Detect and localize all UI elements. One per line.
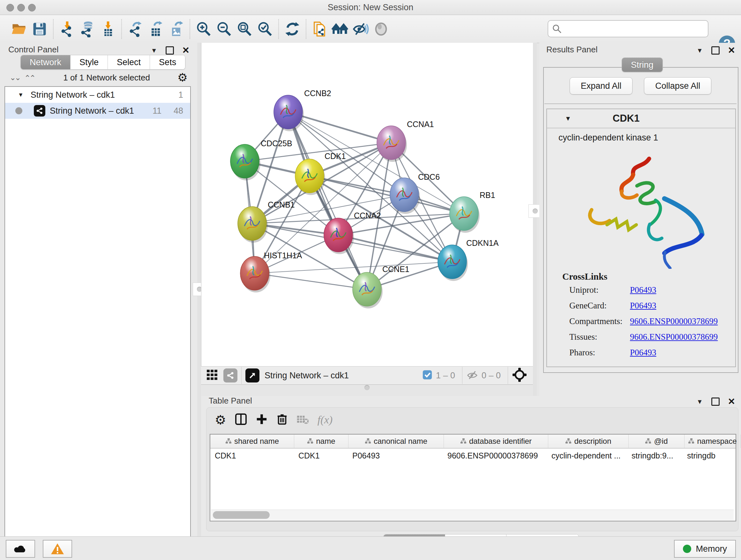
- show-graphics-details-icon[interactable]: [371, 19, 391, 39]
- cell[interactable]: 9606.ENSP00000378699: [443, 451, 547, 460]
- cell[interactable]: CDK1: [294, 451, 348, 460]
- network-node-RB1[interactable]: [450, 197, 478, 231]
- network-node-CDKN1A[interactable]: [438, 245, 467, 279]
- collapse-all-button[interactable]: Collapse All: [644, 77, 711, 95]
- horizontal-splitter[interactable]: [201, 384, 533, 391]
- tab-sets[interactable]: Sets: [150, 55, 185, 69]
- gene-expander-icon[interactable]: ▼: [565, 115, 571, 122]
- detach-view-icon[interactable]: [246, 368, 259, 382]
- float-panel-icon[interactable]: [711, 46, 720, 55]
- crosslink-link[interactable]: 9606.ENSP00000378699: [630, 316, 718, 326]
- node-table: shared namenamecanonical namedatabase id…: [210, 434, 736, 521]
- first-neighbors-icon[interactable]: [330, 19, 350, 39]
- collapse-panel-icon[interactable]: ▼: [697, 47, 703, 54]
- cell[interactable]: CDK1: [210, 451, 294, 460]
- cell[interactable]: stringdb: [683, 451, 738, 460]
- crosslink-link[interactable]: P06493: [630, 348, 657, 358]
- zoom-fit-icon[interactable]: [234, 19, 255, 39]
- collection-expander-icon[interactable]: ▼: [18, 91, 23, 98]
- column-header-shared-name[interactable]: shared name: [210, 435, 294, 448]
- search-input[interactable]: [565, 24, 708, 34]
- refresh-icon[interactable]: [282, 19, 302, 39]
- column-header-@id[interactable]: @id: [629, 435, 684, 448]
- cloud-button[interactable]: [6, 540, 35, 558]
- import-network-database-icon[interactable]: [77, 19, 98, 39]
- export-image-icon[interactable]: [166, 19, 186, 39]
- network-edge: [310, 176, 464, 213]
- cell[interactable]: stringdb:9...: [627, 451, 683, 460]
- column-header-namespace[interactable]: namespace: [684, 435, 741, 448]
- network-node-CCNE1[interactable]: [353, 272, 381, 306]
- import-network-file-icon[interactable]: [57, 19, 77, 39]
- network-node-CCNA1[interactable]: [377, 126, 406, 160]
- hidden-eye-icon[interactable]: [466, 369, 478, 382]
- title-bar: Session: New Session: [0, 0, 741, 15]
- crosslink-link[interactable]: 9606.ENSP00000378699: [630, 332, 718, 342]
- float-panel-icon[interactable]: [711, 397, 720, 406]
- expand-all-button[interactable]: Expand All: [569, 77, 633, 95]
- tab-style[interactable]: Style: [71, 55, 108, 69]
- search-field[interactable]: [548, 20, 709, 37]
- network-node-CCNB2[interactable]: [274, 95, 302, 129]
- crosslink-label: Compartments:: [569, 316, 630, 326]
- expand-all-networks-icon[interactable]: ⌄⌄: [25, 73, 36, 82]
- cell[interactable]: P06493: [348, 451, 443, 460]
- crosslink-link[interactable]: P06493: [630, 301, 657, 311]
- tab-select[interactable]: Select: [108, 55, 150, 69]
- tab-network[interactable]: Network: [21, 55, 71, 69]
- table-panel: Table Panel ▼ ✕ ⚙ f(x): [201, 396, 741, 537]
- create-column-icon[interactable]: [256, 413, 268, 427]
- zoom-out-icon[interactable]: [214, 19, 234, 39]
- scrollbar-thumb[interactable]: [213, 511, 270, 519]
- network-node-CDK1[interactable]: [295, 159, 324, 193]
- network-node-CDC6[interactable]: [390, 178, 419, 212]
- crosslink-label: Pharos:: [569, 348, 630, 358]
- network-canvas[interactable]: CCNB2CCNA1CDC25BCDK1CDC6RB1CCNB1CCNA2CDK…: [201, 43, 533, 366]
- column-header-canonical-name[interactable]: canonical name: [348, 435, 444, 448]
- collapse-all-networks-icon[interactable]: ⌄⌄: [10, 73, 20, 82]
- column-header-description[interactable]: description: [548, 435, 629, 448]
- zoom-selected-icon[interactable]: [255, 19, 275, 39]
- memory-button[interactable]: Memory: [674, 540, 736, 558]
- new-network-from-selection-icon[interactable]: [310, 19, 330, 39]
- string-view-icon[interactable]: [223, 368, 238, 382]
- close-panel-icon[interactable]: ✕: [182, 46, 190, 55]
- network-row-selected[interactable]: String Network – cdk1 11 48: [5, 103, 190, 119]
- open-session-icon[interactable]: [9, 19, 29, 39]
- float-panel-icon[interactable]: [165, 46, 174, 55]
- tab-string[interactable]: String: [622, 58, 663, 72]
- save-session-icon[interactable]: [29, 19, 50, 39]
- network-node-HIST1H1A[interactable]: [240, 256, 269, 290]
- network-options-gear-icon[interactable]: ⚙: [178, 72, 188, 83]
- network-collection-row[interactable]: ▼ String Network – cdk1 1: [5, 87, 190, 103]
- crosslink-link[interactable]: P06493: [630, 285, 657, 295]
- delete-column-icon[interactable]: [276, 413, 288, 427]
- close-panel-icon[interactable]: ✕: [728, 46, 735, 55]
- hide-selected-icon[interactable]: [350, 19, 371, 39]
- export-table-icon[interactable]: [145, 19, 166, 39]
- grid-view-icon[interactable]: [206, 368, 219, 382]
- crosslinks-heading: CrossLinks: [562, 271, 735, 282]
- table-horizontal-scrollbar[interactable]: [211, 509, 734, 520]
- column-header-name[interactable]: name: [294, 435, 348, 448]
- cell[interactable]: cyclin-dependent ...: [547, 451, 627, 460]
- table-options-gear-icon[interactable]: ⚙: [215, 414, 226, 426]
- selected-node-edge-count: 1 – 0: [436, 371, 455, 381]
- column-header-database-identifier[interactable]: database identifier: [444, 435, 548, 448]
- warning-button[interactable]: [43, 540, 72, 558]
- control-panel-tabs: Network Style Select Sets: [20, 55, 185, 70]
- network-node-CCNA2[interactable]: [324, 218, 353, 252]
- import-table-file-icon[interactable]: [98, 19, 118, 39]
- selected-checkbox-icon[interactable]: [422, 369, 433, 381]
- pan-crosshair-icon[interactable]: [512, 367, 527, 384]
- zoom-in-icon[interactable]: [193, 19, 214, 39]
- collapse-panel-icon[interactable]: ▼: [697, 398, 703, 406]
- gene-details-card: ▼ CDK1 cyclin-dependent kinase 1: [546, 109, 736, 367]
- network-node-CDC25B[interactable]: [230, 144, 259, 178]
- collapse-panel-icon[interactable]: ▼: [151, 47, 157, 54]
- network-node-CCNB1[interactable]: [238, 206, 266, 240]
- node-table-row[interactable]: CDK1CDK1P064939606.ENSP00000378699cyclin…: [210, 449, 736, 462]
- close-panel-icon[interactable]: ✕: [728, 397, 735, 406]
- show-columns-icon[interactable]: [234, 413, 247, 427]
- export-network-icon[interactable]: [125, 19, 145, 39]
